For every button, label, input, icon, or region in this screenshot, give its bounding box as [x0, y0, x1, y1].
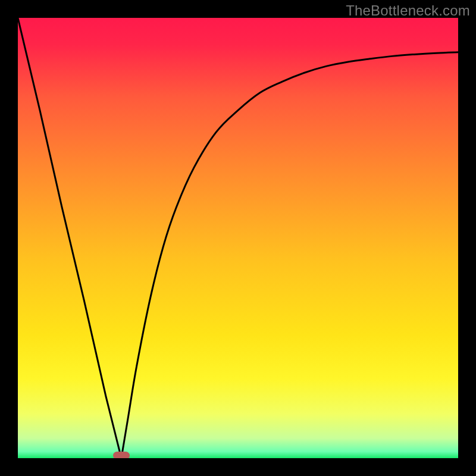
- chart-frame: TheBottleneck.com: [0, 0, 476, 476]
- sweet-spot-marker: [113, 452, 130, 458]
- plot-area: [18, 18, 458, 458]
- watermark-text: TheBottleneck.com: [346, 2, 470, 19]
- bottleneck-curve: [18, 18, 458, 458]
